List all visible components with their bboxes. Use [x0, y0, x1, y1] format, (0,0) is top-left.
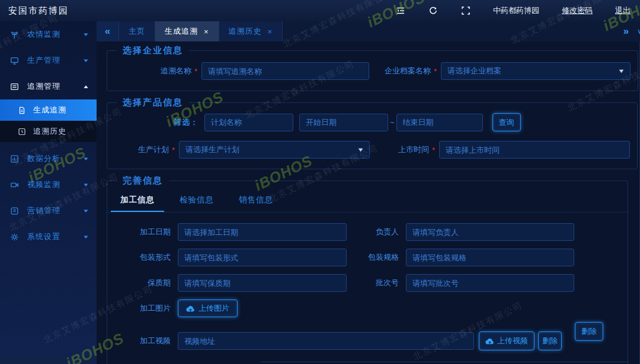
gear-icon	[9, 232, 19, 241]
site-name[interactable]: 中药都药博园	[493, 5, 539, 16]
collapse-menu-icon[interactable]	[395, 6, 405, 16]
sidebar-item-label: 生产管理	[27, 55, 60, 66]
close-icon[interactable]: ×	[204, 27, 209, 36]
tabbar: « 主页 生成追溯 × 追溯历史 × » ∨	[97, 21, 640, 41]
required-marker: *	[172, 146, 175, 154]
tab-sales-info[interactable]: 销售信息	[239, 195, 273, 212]
sidebar-submenu-trace: 生成追溯 追溯历史	[0, 99, 97, 142]
tabs-divider	[107, 212, 628, 212]
sidebar-item-label: 数据分析	[27, 153, 60, 164]
section-title: 选择产品信息	[117, 97, 189, 108]
tab-generate-trace[interactable]: 生成追溯 ×	[155, 21, 219, 41]
section-product-info: 选择产品信息 筛选： ~ 查询 生产计划 * 请选择生产计划 ▼	[107, 97, 638, 169]
responsible-person-input[interactable]	[406, 223, 574, 241]
enterprise-archive-label: 企业档案名称 *	[376, 66, 437, 76]
start-date-input[interactable]	[299, 114, 388, 131]
delete-image-button[interactable]: 删除	[575, 322, 603, 341]
required-marker: *	[194, 67, 197, 76]
tabs-scroll-left-icon[interactable]: «	[97, 21, 119, 41]
sidebar-item-label: 追溯管理	[27, 81, 60, 92]
sidebar-item-video-monitor[interactable]: 视频监测 ▼	[0, 172, 97, 198]
seedling-icon	[9, 30, 19, 39]
complete-info-tabs: 加工信息 检验信息 销售信息	[120, 195, 620, 212]
processing-video-label: 加工视频	[114, 336, 171, 346]
section-title: 完善信息	[117, 175, 169, 186]
chevron-down-icon: ▼	[82, 32, 89, 37]
tab-trace-history[interactable]: 追溯历史 ×	[219, 21, 283, 41]
form-row: 保质期 批次号	[114, 274, 620, 292]
change-password-link[interactable]: 修改密码	[562, 5, 593, 16]
batch-number-label: 批次号	[347, 278, 399, 288]
tabs-scroll-right-icon[interactable]: »	[623, 25, 629, 37]
image-upload-row: 加工图片 上传图片	[114, 299, 620, 317]
launch-time-input[interactable]	[439, 141, 630, 159]
trace-name-input[interactable]	[201, 62, 369, 80]
sidebar-item-label: 营销管理	[27, 205, 60, 216]
responsible-person-label: 负责人	[347, 227, 399, 237]
video-url-input[interactable]	[178, 332, 474, 350]
sidebar-item-system-settings[interactable]: 系统设置 ▼	[0, 224, 97, 250]
tab-label: 生成追溯	[165, 26, 198, 37]
processing-date-label: 加工日期	[114, 227, 171, 237]
monitor-icon	[9, 56, 19, 65]
clipped-next-field	[261, 362, 628, 363]
search-button[interactable]: 查询	[492, 113, 521, 131]
tab-label: 主页	[129, 26, 145, 37]
sidebar-subitem-label: 追溯历史	[33, 126, 66, 137]
section-enterprise-info: 选择企业信息 追溯名称 * 企业档案名称 * 请选择企业档案 ▼	[107, 45, 638, 91]
batch-number-input[interactable]	[406, 274, 574, 292]
sidebar-subitem-label: 生成追溯	[33, 105, 66, 115]
plan-name-input[interactable]	[204, 114, 293, 131]
tab-processing-info[interactable]: 加工信息	[120, 195, 155, 212]
cloud-upload-icon	[186, 305, 195, 313]
sidebar: 农情监测 ▼ 生产管理 ▼ 追溯管理 ▲ 生成追溯	[0, 21, 97, 364]
sidebar-subitem-generate-trace[interactable]: 生成追溯	[0, 99, 97, 121]
end-date-input[interactable]	[396, 114, 483, 131]
tabs-more-icon[interactable]: ∨	[637, 27, 640, 36]
sidebar-item-label: 视频监测	[27, 179, 60, 190]
trace-icon	[9, 82, 19, 91]
logout-link[interactable]: 退出	[615, 5, 631, 16]
refresh-icon[interactable]	[428, 6, 438, 16]
launch-time-label: 上市时间 *	[378, 144, 435, 155]
sidebar-item-trace-manage[interactable]: 追溯管理 ▲	[0, 73, 97, 99]
processing-date-input[interactable]	[178, 223, 347, 241]
upload-image-button[interactable]: 上传图片	[178, 299, 238, 317]
shelf-life-input[interactable]	[178, 274, 347, 292]
sidebar-footer	[0, 356, 97, 364]
select-value: 请选择生产计划	[185, 144, 358, 155]
sidebar-item-production-manage[interactable]: 生产管理 ▼	[0, 47, 97, 73]
tab-home[interactable]: 主页	[119, 21, 155, 41]
sidebar-item-data-analysis[interactable]: 数据分析 ▼	[0, 146, 97, 172]
chevron-down-icon: ▼	[82, 182, 89, 188]
delete-video-button[interactable]: 删除	[538, 331, 562, 350]
tab-label: 追溯历史	[229, 26, 262, 37]
packaging-spec-input[interactable]	[406, 249, 574, 266]
packaging-form-input[interactable]	[178, 249, 347, 266]
shelf-life-label: 保质期	[114, 278, 171, 288]
required-marker: *	[434, 67, 437, 76]
production-plan-select[interactable]: 请选择生产计划 ▼	[179, 141, 370, 159]
date-range-separator: ~	[390, 118, 395, 127]
upload-video-button[interactable]: 上传视频	[479, 331, 535, 350]
app-window: 安国市药博园 中药都药博园 修改密码 退出 农情监测 ▼	[0, 0, 640, 364]
chevron-down-icon: ▼	[82, 208, 89, 214]
history-icon	[18, 127, 26, 136]
processing-form: 加工日期 负责人 包装形式 包装规格 保质期 批次号	[114, 223, 620, 350]
main-content: 选择企业信息 追溯名称 * 企业档案名称 * 请选择企业档案 ▼ 选择产品信息	[97, 41, 640, 364]
document-icon	[18, 106, 26, 114]
tabbar-right-controls: » ∨	[623, 21, 640, 41]
sidebar-subitem-trace-history[interactable]: 追溯历史	[0, 121, 97, 142]
sidebar-item-agriculture-monitor[interactable]: 农情监测 ▼	[0, 21, 97, 47]
form-row: 加工日期 负责人	[114, 223, 620, 241]
enterprise-archive-select[interactable]: 请选择企业档案 ▼	[441, 62, 631, 80]
tab-inspection-info[interactable]: 检验信息	[180, 195, 214, 212]
fullscreen-icon[interactable]	[460, 6, 471, 16]
select-value: 请选择企业档案	[447, 66, 619, 76]
chevron-down-icon: ▼	[617, 68, 625, 74]
form-row: 包装形式 包装规格	[114, 249, 620, 266]
close-icon[interactable]: ×	[268, 27, 273, 36]
sidebar-item-marketing-manage[interactable]: 营销管理 ▼	[0, 198, 97, 224]
filter-label: 筛选：	[174, 117, 199, 128]
chevron-down-icon: ▼	[82, 234, 89, 240]
